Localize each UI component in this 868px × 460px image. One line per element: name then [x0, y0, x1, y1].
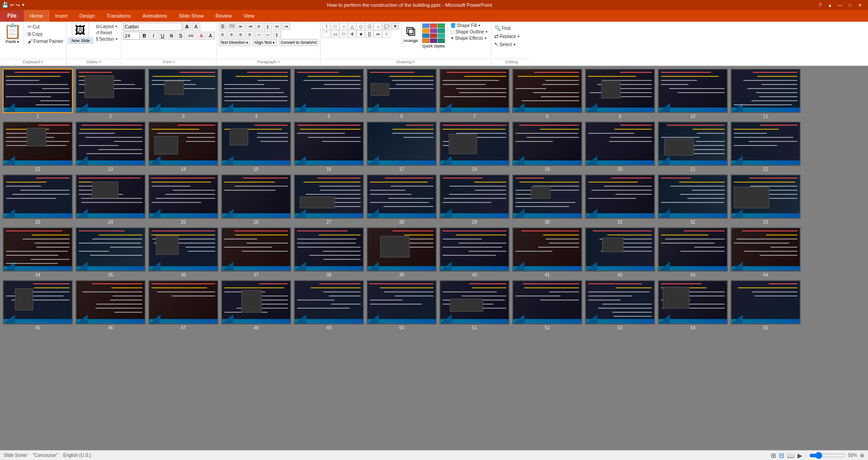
bullets-button[interactable]: ☰: [219, 23, 227, 30]
help-btn[interactable]: ?: [816, 2, 825, 8]
shape-rrect[interactable]: ▭: [331, 30, 339, 38]
qat-undo[interactable]: ↩: [10, 2, 14, 8]
slide-thumb-8[interactable]: 8: [512, 69, 582, 119]
font-name-field[interactable]: [123, 23, 182, 31]
slide-thumb-17[interactable]: 17: [367, 122, 437, 172]
shape-line[interactable]: \: [322, 23, 330, 30]
tab-review[interactable]: Review: [210, 10, 238, 22]
slide-thumb-34[interactable]: 34: [3, 227, 73, 277]
align-right-button[interactable]: ≡: [237, 31, 245, 38]
underline-button[interactable]: U: [159, 32, 167, 40]
zoom-slider[interactable]: [809, 452, 845, 459]
slide-thumb-38[interactable]: 38: [294, 227, 364, 277]
normal-view-btn[interactable]: ⊞: [771, 452, 776, 459]
slide-thumb-43[interactable]: 43: [658, 227, 728, 277]
slide-sorter-btn[interactable]: ⊟: [779, 452, 784, 459]
slide-thumb-11[interactable]: 11: [731, 69, 801, 119]
slide-thumb-37[interactable]: 37: [221, 227, 291, 277]
slide-thumb-21[interactable]: 21: [658, 122, 728, 172]
shape-rect[interactable]: □: [331, 23, 339, 30]
new-slide-button[interactable]: 🖼 New Slide: [68, 23, 93, 44]
slide-thumb-42[interactable]: 42: [585, 227, 655, 277]
shape-star[interactable]: ★: [357, 30, 365, 38]
slide-thumb-35[interactable]: 35: [75, 227, 146, 277]
shape-diamond[interactable]: ◇: [357, 23, 365, 30]
slide-thumb-12[interactable]: 12: [3, 122, 73, 172]
shape-brace[interactable]: {}: [365, 30, 373, 38]
increase-indent-button[interactable]: ⇥: [246, 23, 254, 30]
decrease-indent-button[interactable]: ⇤: [237, 23, 245, 30]
ribbon-collapse[interactable]: ▲: [826, 2, 835, 8]
slide-sorter-area[interactable]: 1234567891011121314151617181920212223242…: [0, 66, 868, 450]
slide-thumb-13[interactable]: 13: [75, 122, 146, 172]
slide-thumb-39[interactable]: 39: [367, 227, 437, 277]
shape-spiral[interactable]: ☆: [382, 30, 391, 38]
col-adjust-button[interactable]: ⫿: [273, 31, 281, 38]
slide-thumb-26[interactable]: 26: [221, 174, 291, 225]
slide-thumb-31[interactable]: 31: [585, 174, 655, 225]
slide-thumb-16[interactable]: 16: [294, 122, 364, 172]
slide-thumb-54[interactable]: 54: [658, 280, 728, 330]
bold-button[interactable]: B: [141, 32, 149, 40]
slide-thumb-53[interactable]: 53: [585, 280, 655, 330]
align-center-button[interactable]: ≡: [228, 31, 236, 38]
shape-more[interactable]: ▼: [391, 23, 399, 30]
file-tab[interactable]: File: [0, 10, 24, 22]
tab-home[interactable]: Home: [24, 10, 49, 22]
slide-thumb-50[interactable]: 50: [367, 280, 437, 330]
shape-outline-button[interactable]: ⬚Shape Outline▼: [449, 29, 489, 35]
shape-ellipse[interactable]: ⬭: [340, 30, 348, 38]
replace-button[interactable]: ⇄Replace▼: [493, 33, 521, 40]
convert-smartart-button[interactable]: Convert to SmartArt: [279, 39, 319, 46]
shape-effects-button[interactable]: ✦Shape Effects▼: [449, 35, 489, 41]
align-text-button[interactable]: Align Text▼: [252, 39, 277, 46]
slide-thumb-23[interactable]: 23: [3, 174, 73, 225]
slide-thumb-45[interactable]: 45: [3, 280, 73, 330]
slide-thumb-5[interactable]: 5: [294, 69, 364, 119]
slide-thumb-51[interactable]: 51: [439, 280, 509, 330]
shape-arrow[interactable]: →: [374, 23, 382, 30]
slide-thumb-7[interactable]: 7: [439, 69, 509, 119]
tab-slideshow[interactable]: Slide Show: [173, 10, 210, 22]
slide-thumb-32[interactable]: 32: [658, 174, 728, 225]
slide-thumb-22[interactable]: 22: [731, 122, 801, 172]
slide-thumb-15[interactable]: 15: [221, 122, 291, 172]
slide-thumb-4[interactable]: 4: [221, 69, 291, 119]
slide-thumb-30[interactable]: 30: [512, 174, 582, 225]
cut-button[interactable]: ✂Cut: [27, 23, 64, 30]
zoom-fit-btn[interactable]: ⊕: [860, 452, 864, 459]
quick-styles-button[interactable]: Quick Styles: [420, 23, 446, 49]
shape-curve[interactable]: ⌒: [322, 30, 330, 38]
reading-view-btn[interactable]: 📖: [787, 452, 795, 459]
shape-tri[interactable]: △: [348, 23, 356, 30]
dec-col-spacing-button[interactable]: ↔: [255, 31, 263, 38]
tab-view[interactable]: View: [238, 10, 260, 22]
justify-button[interactable]: ≡: [246, 31, 254, 38]
font-shrink-btn[interactable]: A: [192, 23, 200, 31]
italic-button[interactable]: I: [150, 32, 158, 40]
slide-thumb-24[interactable]: 24: [75, 174, 146, 225]
slide-thumb-14[interactable]: 14: [148, 122, 218, 172]
slide-thumb-44[interactable]: 44: [731, 227, 801, 277]
inc-col-spacing-button[interactable]: ↔: [264, 31, 272, 38]
paste-button[interactable]: 📋 Paste ▼: [2, 23, 24, 45]
font-color-button[interactable]: A: [198, 32, 206, 40]
shape-fill-button[interactable]: 🪣Shape Fill▼: [449, 23, 489, 28]
find-button[interactable]: 🔍Find: [493, 24, 511, 32]
slide-thumb-36[interactable]: 36: [148, 227, 218, 277]
slide-thumb-20[interactable]: 20: [585, 122, 655, 172]
reset-button[interactable]: ↺Reset: [95, 30, 119, 36]
slide-thumb-28[interactable]: 28: [367, 174, 437, 225]
slide-thumb-18[interactable]: 18: [439, 122, 509, 172]
qat-redo[interactable]: ↪: [16, 2, 20, 8]
slide-thumb-2[interactable]: 2: [75, 69, 146, 119]
slide-thumb-40[interactable]: 40: [439, 227, 509, 277]
slide-thumb-48[interactable]: 48: [221, 280, 291, 330]
close-btn[interactable]: ✕: [855, 2, 864, 8]
shape-circle[interactable]: ○: [340, 23, 348, 30]
font-grow-btn[interactable]: A: [183, 23, 191, 31]
slide-thumb-6[interactable]: 6: [367, 69, 437, 119]
tab-animations[interactable]: Animations: [137, 10, 173, 22]
align-left-button[interactable]: ≡: [219, 31, 227, 38]
slide-thumb-33[interactable]: 33: [731, 174, 801, 225]
